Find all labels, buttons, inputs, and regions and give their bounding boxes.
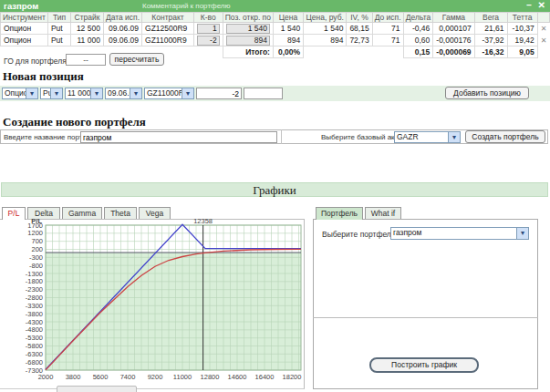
chevron-down-icon: ▾	[448, 132, 460, 142]
portfolio-name-field[interactable]	[80, 131, 277, 143]
qty-field[interactable]: -2	[197, 36, 220, 46]
col-type: Тип	[47, 13, 70, 23]
contract-select[interactable]: GZ11000R9▾	[144, 88, 194, 99]
build-chart-button[interactable]: Построить график	[369, 357, 479, 373]
col-qty: К-во	[193, 13, 223, 23]
totals-label: Итого:	[223, 46, 273, 58]
cell-price-rub: 1 540	[304, 23, 347, 35]
svg-text:-2300: -2300	[26, 285, 43, 294]
chevron-down-icon: ▾	[26, 88, 37, 98]
new-price-field[interactable]	[244, 88, 283, 99]
chevron-down-icon: ▾	[50, 88, 62, 98]
col-price-rub: Цена, руб.	[304, 13, 347, 23]
tab-what-if[interactable]: What if	[365, 207, 401, 219]
minimize-icon[interactable]: −	[526, 0, 532, 10]
portfolio-comment-label: Комментарий к портфелю	[142, 2, 230, 10]
divider	[313, 317, 538, 318]
chevron-down-icon: ▾	[516, 228, 528, 239]
svg-text:-1800: -1800	[26, 277, 43, 285]
cell-price: 894	[273, 35, 303, 46]
pl-chart: 17001200700200-300-800-1300-1800-2300-28…	[0, 219, 305, 389]
qty-field[interactable]: 1	[197, 24, 220, 34]
table-header-row: Инструмент Тип Страйк Дата исп. Контракт…	[1, 13, 550, 23]
svg-text:-2800: -2800	[26, 294, 43, 302]
cell-days: 71	[372, 35, 403, 46]
svg-text:12800: 12800	[201, 373, 220, 381]
cell-iv: 68,15	[347, 23, 372, 35]
open-pos-field[interactable]: 1 540	[226, 24, 270, 34]
cell-contract: GZ11000R9	[142, 35, 194, 46]
tab-pl[interactable]: P/L	[2, 207, 26, 220]
tab-theta[interactable]: Theta	[104, 207, 137, 219]
svg-text:-3800: -3800	[26, 310, 43, 318]
add-position-button[interactable]: Добавить позицию	[445, 87, 529, 99]
cell-delta: 0,60	[403, 35, 433, 46]
exp-date-select[interactable]: 09.06.09▾	[105, 88, 142, 99]
col-contract: Контракт	[142, 13, 194, 23]
svg-text:11000: 11000	[173, 373, 192, 381]
partial-button[interactable]	[57, 386, 137, 392]
totals-gamma: -0,000069	[433, 46, 474, 58]
tab-vega[interactable]: Vega	[139, 207, 171, 219]
cell-contract: GZ12500R9	[142, 23, 194, 35]
recalculate-button[interactable]: пересчитать	[109, 53, 164, 66]
svg-text:18200: 18200	[283, 373, 302, 381]
positions-table: Инструмент Тип Страйк Дата исп. Контракт…	[0, 12, 550, 58]
svg-text:2000: 2000	[38, 373, 54, 381]
cell-gamma: 0,000107	[433, 23, 474, 35]
portfolio-select[interactable]: газпром▾	[390, 227, 529, 240]
delete-row-icon[interactable]: ✕	[541, 36, 547, 45]
cell-type: Put	[47, 35, 70, 46]
portfolio-select-label: Выберите портфель	[322, 230, 395, 239]
tab-delta[interactable]: Delta	[27, 207, 60, 219]
close-icon[interactable]: ✕	[538, 0, 545, 10]
svg-text:16400: 16400	[255, 373, 275, 381]
totals-vega: -16,32	[474, 46, 507, 58]
app-window: газпром Комментарий к портфелю − ✕ Инстр…	[0, 0, 550, 392]
cell-theta: 19,42	[507, 35, 537, 46]
svg-text:14600: 14600	[228, 373, 247, 381]
divider	[281, 129, 282, 144]
svg-text:1200: 1200	[27, 229, 43, 237]
svg-text:-6800: -6800	[26, 358, 43, 366]
col-delete	[537, 13, 549, 23]
base-asset-select[interactable]: GAZR▾	[394, 131, 461, 143]
cell-instrument: Опцион	[1, 23, 48, 35]
open-pos-field[interactable]: 894	[226, 36, 270, 46]
svg-text:700: 700	[31, 237, 43, 245]
portfolio-title: газпром	[4, 1, 38, 11]
svg-text:7400: 7400	[120, 373, 136, 381]
table-row: Опцион Put 11 000 09.06.09 GZ11000R9 -2 …	[1, 35, 550, 46]
create-portfolio-button[interactable]: Создать портфель	[465, 130, 545, 143]
chevron-down-icon: ▾	[130, 88, 141, 98]
tab-gamma[interactable]: Gamma	[62, 207, 102, 219]
delete-row-icon[interactable]: ✕	[541, 25, 547, 33]
col-iv: IV, %	[347, 13, 372, 23]
type-select[interactable]: Put▾	[40, 88, 63, 99]
strike-select[interactable]: 11 000▾	[65, 88, 103, 99]
instrument-select[interactable]: Опцион▾	[2, 88, 38, 99]
go-value-field[interactable]	[66, 54, 106, 66]
svg-text:-800: -800	[29, 262, 43, 270]
totals-delta: 0,15	[403, 46, 433, 58]
svg-text:-1300: -1300	[26, 270, 43, 278]
svg-text:5600: 5600	[93, 373, 109, 381]
charts-heading: Графики	[1, 182, 548, 197]
svg-text:-3300: -3300	[26, 302, 43, 310]
table-row: Опцион Put 12 500 09.06.09 GZ12500R9 1 1…	[1, 23, 550, 35]
svg-text:-5800: -5800	[26, 342, 43, 350]
cell-vega: -37,92	[474, 35, 507, 46]
col-price: Цена	[273, 13, 303, 23]
chevron-down-icon: ▾	[182, 88, 193, 98]
new-qty-field[interactable]	[196, 88, 242, 99]
tab-portfolio[interactable]: Портфель	[316, 207, 363, 220]
chevron-down-icon: ▾	[90, 88, 102, 98]
cell-instrument: Опцион	[1, 35, 48, 46]
totals-price-pct: 0,00%	[273, 46, 303, 58]
new-portfolio-heading: Создание нового портфеля	[3, 115, 146, 129]
cell-theta: -10,37	[507, 23, 537, 35]
svg-text:-300: -300	[29, 253, 43, 262]
cell-price-rub: 894	[304, 35, 347, 46]
cell-strike: 12 500	[71, 23, 104, 35]
svg-text:P/L: P/L	[31, 219, 42, 225]
